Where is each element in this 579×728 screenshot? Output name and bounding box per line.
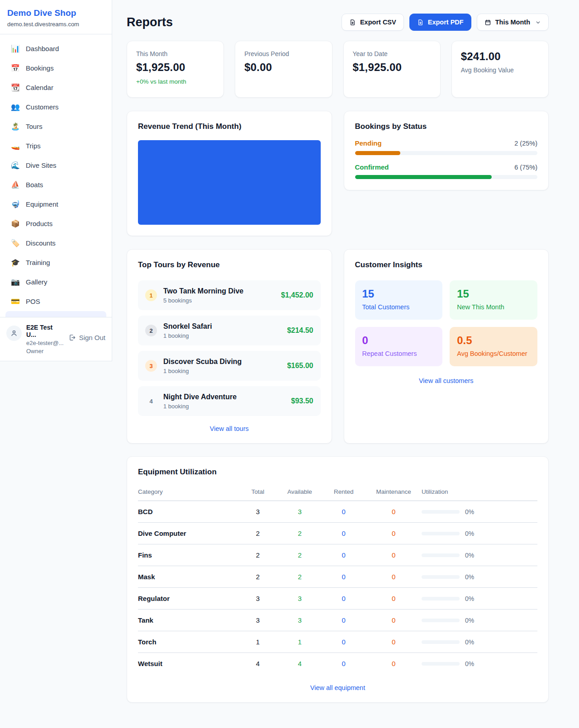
sidebar-item-tours[interactable]: 🏝️ Tours	[5, 117, 106, 136]
sidebar-item-dashboard[interactable]: 📊 Dashboard	[5, 39, 106, 58]
sidebar: Demo Dive Shop demo.test.divestreams.com…	[0, 0, 112, 361]
export-csv-button[interactable]: Export CSV	[342, 14, 404, 31]
rank-badge: 3	[145, 360, 157, 372]
period-label: This Month	[495, 19, 530, 26]
sidebar-item-calendar[interactable]: 📆 Calendar	[5, 78, 106, 97]
revenue-trend-chart	[138, 140, 321, 225]
equipment-icon: 🤿	[11, 200, 20, 208]
sidebar-item-discounts[interactable]: 🏷️ Discounts	[5, 233, 106, 253]
rank-badge: 1	[145, 289, 157, 301]
sign-out-button[interactable]: Sign Out	[68, 334, 105, 341]
insight-value: 15	[457, 288, 530, 300]
status-label: Confirmed	[355, 163, 389, 171]
progress-track	[355, 175, 538, 179]
stat-label: Avg Booking Value	[461, 66, 539, 74]
equipment-category: Regulator	[138, 588, 238, 610]
equipment-total: 3	[238, 588, 278, 610]
equipment-available: 1	[278, 631, 322, 653]
sidebar-active-item-partial[interactable]	[5, 311, 106, 317]
equipment-maintenance: 0	[365, 610, 422, 631]
bookings-by-status-card: Bookings by Status Pending 2 (25%) Confi…	[344, 111, 549, 190]
equipment-available: 3	[278, 588, 322, 610]
sign-out-label: Sign Out	[79, 334, 105, 341]
equipment-utilization-card: Equipment Utilization Category Total Ava…	[127, 456, 549, 703]
customer-insights-title: Customer Insights	[355, 260, 538, 269]
equipment-available: 3	[278, 501, 322, 523]
tour-bookings: 1 booking	[163, 368, 281, 374]
stat-value: $1,925.00	[353, 61, 431, 74]
sidebar-item-customers[interactable]: 👥 Customers	[5, 97, 106, 117]
sidebar-item-equipment[interactable]: 🤿 Equipment	[5, 194, 106, 214]
sidebar-item-pos[interactable]: 💳 POS	[5, 292, 106, 311]
equipment-total: 4	[238, 653, 278, 675]
sidebar-item-boats[interactable]: ⛵ Boats	[5, 175, 106, 194]
stat-label: Year to Date	[353, 50, 431, 57]
export-pdf-button[interactable]: Export PDF	[409, 14, 471, 31]
sidebar-item-gallery[interactable]: 📷 Gallery	[5, 272, 106, 292]
sidebar-item-bookings[interactable]: 📅 Bookings	[5, 58, 106, 78]
sidebar-item-training[interactable]: 🎓 Training	[5, 253, 106, 272]
products-icon: 📦	[11, 219, 20, 228]
stat-label: Previous Period	[244, 50, 323, 57]
view-all-tours-link[interactable]: View all tours	[210, 425, 249, 432]
insight-label: Avg Bookings/Customer	[457, 350, 530, 357]
column-header: Total	[238, 485, 278, 501]
period-select[interactable]: This Month	[477, 14, 549, 31]
sidebar-item-products[interactable]: 📦 Products	[5, 214, 106, 233]
table-row: BCD 3 3 0 0 0%	[138, 501, 537, 523]
equipment-available: 3	[278, 610, 322, 631]
trips-icon: 🚤	[11, 142, 20, 150]
sidebar-item-label: Dashboard	[26, 45, 59, 52]
table-header-row: Category Total Available Rented Maintena…	[138, 485, 537, 501]
sidebar-item-trips[interactable]: 🚤 Trips	[5, 136, 106, 156]
user-name: E2E Test U...	[26, 324, 64, 338]
tour-bookings: 1 booking	[163, 403, 285, 410]
view-all-customers-link[interactable]: View all customers	[419, 377, 474, 384]
top-tours-title: Top Tours by Revenue	[138, 260, 321, 269]
equipment-rented: 0	[322, 523, 365, 544]
stat-card-previous-period: Previous Period $0.00	[235, 41, 332, 98]
utilization-percent: 0%	[465, 552, 474, 559]
calendar-icon: 📆	[11, 83, 20, 92]
tour-revenue: $93.50	[291, 397, 313, 405]
sidebar-item-label: Customers	[26, 103, 59, 111]
insight-label: Total Customers	[362, 303, 436, 311]
file-download-icon	[349, 19, 356, 26]
status-value: 6 (75%)	[514, 164, 537, 171]
stat-card-avg-booking-value: $241.00 Avg Booking Value	[451, 41, 549, 98]
chevron-down-icon	[535, 19, 541, 25]
tour-name: Night Dive Adventure	[163, 393, 285, 401]
tours-icon: 🏝️	[11, 122, 20, 131]
tour-revenue: $214.50	[287, 326, 313, 335]
export-csv-label: Export CSV	[360, 19, 396, 26]
table-row: Dive Computer 2 2 0 0 0%	[138, 523, 537, 544]
utilization-bar	[422, 510, 460, 514]
equipment-rented: 0	[322, 501, 365, 523]
stat-value: $0.00	[244, 61, 323, 74]
sidebar-item-dive-sites[interactable]: 🌊 Dive Sites	[5, 156, 106, 175]
revenue-trend-card: Revenue Trend (This Month)	[127, 111, 332, 236]
calendar-icon	[484, 19, 491, 26]
view-all-equipment-link[interactable]: View all equipment	[310, 684, 365, 691]
utilization-percent: 0%	[465, 530, 474, 537]
utilization-bar	[422, 575, 460, 579]
column-header: Available	[278, 485, 322, 501]
column-header: Rented	[322, 485, 365, 501]
equipment-utilization-title: Equipment Utilization	[138, 468, 537, 477]
insight-value: 15	[362, 288, 436, 300]
sidebar-item-label: Gallery	[26, 278, 47, 286]
tour-row: 3 Discover Scuba Diving 1 booking $165.0…	[138, 351, 321, 381]
equipment-maintenance: 0	[365, 566, 422, 588]
sidebar-item-label: Boats	[26, 181, 43, 189]
equipment-table: Category Total Available Rented Maintena…	[138, 485, 537, 674]
utilization-percent: 0%	[465, 638, 474, 646]
tour-row: 1 Two Tank Morning Dive 5 bookings $1,45…	[138, 280, 321, 310]
status-label: Pending	[355, 139, 382, 147]
gallery-icon: 📷	[11, 278, 20, 286]
stat-card-this-month: This Month $1,925.00 +0% vs last month	[127, 41, 224, 98]
equipment-maintenance: 0	[365, 501, 422, 523]
equipment-total: 3	[238, 501, 278, 523]
equipment-maintenance: 0	[365, 631, 422, 653]
equipment-available: 4	[278, 653, 322, 675]
table-row: Torch 1 1 0 0 0%	[138, 631, 537, 653]
